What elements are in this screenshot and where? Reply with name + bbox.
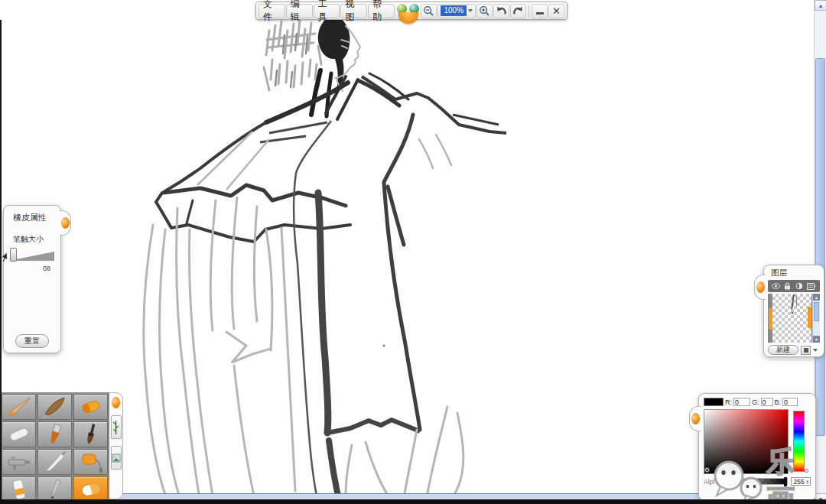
chalk-icon: [4, 423, 34, 446]
palette-knife-icon: [40, 450, 70, 473]
selected-layer-marker-right: [808, 307, 811, 328]
scroll-up-button[interactable]: ▲: [815, 0, 826, 11]
layer-options-button[interactable]: [801, 346, 811, 355]
zoom-level-field[interactable]: 100%: [437, 4, 476, 18]
zoom-in-button[interactable]: [476, 4, 493, 18]
layer-list: ▲ ▼: [768, 294, 820, 343]
airbrush-icon: [4, 450, 34, 473]
tool-eraser[interactable]: [73, 476, 108, 502]
tab-logo-icon: [61, 217, 70, 229]
tool-ink-brush[interactable]: [73, 421, 108, 447]
hem: [327, 420, 420, 433]
layer-options-caret-icon[interactable]: [813, 349, 818, 352]
app-logo-icon: [395, 2, 420, 19]
tool-dip-pen[interactable]: [2, 394, 36, 420]
blue-input[interactable]: [782, 398, 798, 406]
menu-tools[interactable]: 工具: [314, 4, 340, 18]
window-bottom-border: [0, 499, 826, 504]
redo-button[interactable]: [510, 4, 526, 18]
layer-preview-strokes: [779, 294, 809, 324]
chest-fold: [269, 122, 327, 133]
blue-label: B:: [775, 398, 782, 406]
palette-collapse-tab[interactable]: [112, 397, 120, 408]
menu-edit[interactable]: 编辑: [286, 4, 313, 18]
close-button[interactable]: ✕: [548, 4, 564, 18]
menu-view[interactable]: 视图: [340, 4, 367, 18]
window-left-border: [0, 20, 2, 504]
green-input[interactable]: [761, 398, 773, 406]
tool-paint-roller[interactable]: [73, 449, 108, 475]
brush-size-label: 笔触大小: [4, 223, 60, 245]
undo-button[interactable]: [493, 4, 509, 18]
menu-file[interactable]: 文件: [259, 4, 285, 18]
layers-panel-title: 图层: [764, 265, 824, 280]
layer-lock-icon[interactable]: [784, 282, 791, 290]
layer-options-icon: [804, 348, 808, 353]
wechat-logo-icon: [708, 459, 766, 503]
right-sleeve-line: [453, 115, 499, 125]
tool-paint-brush[interactable]: [37, 421, 72, 447]
bamboo-tool-button[interactable]: [111, 415, 122, 439]
zoom-level-value[interactable]: 100%: [441, 5, 467, 16]
zoom-dropdown-caret-icon[interactable]: [468, 9, 473, 12]
glue-stick-icon: [4, 478, 34, 501]
minimize-button[interactable]: [532, 4, 548, 18]
current-color-swatch[interactable]: [704, 398, 724, 406]
right-shoulder: [362, 76, 506, 133]
layers-toolbar: [768, 280, 820, 292]
tool-glue-stick[interactable]: [2, 476, 36, 502]
red-input[interactable]: [733, 398, 750, 406]
layer-visibility-icon[interactable]: [772, 283, 780, 289]
eraser-properties-panel: 橡皮属性 笔触大小 08 重置: [3, 205, 61, 353]
brush-size-slider[interactable]: [8, 249, 56, 265]
tool-palette: [0, 392, 109, 504]
close-icon: ✕: [552, 5, 561, 17]
new-layer-button[interactable]: 新建: [768, 345, 798, 355]
layer-scroll-thumb[interactable]: [814, 302, 819, 321]
menu-help[interactable]: 帮助: [368, 4, 395, 18]
redo-icon: [512, 5, 524, 17]
stamp-image-icon: [112, 454, 121, 463]
crayon-icon: [76, 395, 106, 418]
magnifier-plus-icon: [479, 5, 490, 17]
tool-palette-knife[interactable]: [37, 449, 72, 475]
slider-handle[interactable]: [10, 248, 17, 262]
tab-logo-icon: [756, 281, 765, 293]
tool-airbrush[interactable]: [2, 449, 36, 475]
eraser-icon: [76, 478, 106, 501]
headdress-strokes: [264, 15, 321, 90]
tool-feather-pen[interactable]: [37, 394, 72, 420]
main-toolbar: 文件 编辑 工具 视图 帮助 100%: [255, 2, 567, 20]
watermark-text: 乐画: [766, 443, 826, 504]
reset-button[interactable]: 重置: [15, 334, 49, 348]
feather-pen-icon: [40, 395, 70, 418]
brush-size-value: 08: [4, 265, 60, 272]
water-sleeve-drape: [144, 197, 295, 499]
robe-right-edge: [384, 115, 420, 430]
ink-brush-icon: [76, 423, 106, 446]
minimize-icon: [536, 12, 544, 15]
layers-panel-footer: 新建: [764, 343, 824, 355]
zoom-out-button[interactable]: [421, 4, 437, 18]
layer-scroll-down-icon[interactable]: ▼: [813, 336, 820, 343]
stamp-tool-button[interactable]: [111, 446, 122, 470]
undo-icon: [496, 5, 507, 17]
green-label: G:: [752, 398, 759, 406]
palette-side-strip: [109, 392, 123, 499]
wechat-watermark: 乐画: [708, 443, 826, 504]
layer-menu-icon[interactable]: [807, 283, 816, 290]
layer-scroll-up-icon[interactable]: ▲: [813, 294, 820, 301]
layer-opacity-icon[interactable]: [795, 282, 803, 290]
red-label: R:: [725, 398, 732, 406]
layer-list-scrollbar[interactable]: ▲ ▼: [812, 294, 820, 343]
tool-crayon[interactable]: [73, 394, 108, 420]
toolbar-separator: [528, 5, 529, 17]
selected-layer-marker-left: [769, 308, 772, 330]
color-values-row: R: G: B:: [699, 394, 815, 408]
tool-etching-pen[interactable]: [37, 476, 72, 502]
tool-chalk[interactable]: [2, 421, 36, 447]
etching-pen-icon: [40, 478, 70, 501]
vertical-scroll-thumb[interactable]: [815, 58, 825, 436]
eraser-panel-title: 橡皮属性: [4, 206, 60, 223]
lapel: [266, 83, 348, 122]
